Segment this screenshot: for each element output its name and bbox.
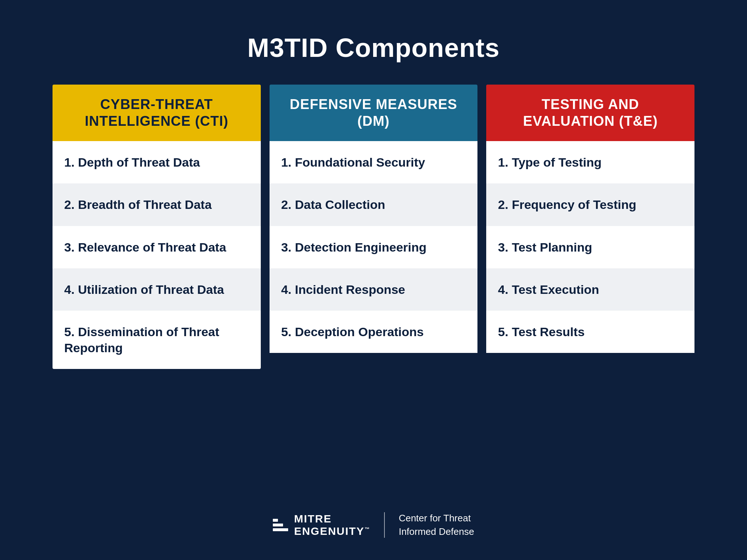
list-item: 3. Relevance of Threat Data: [53, 226, 261, 268]
list-item: 3. Detection Engineering: [270, 226, 478, 268]
bar-3: [273, 528, 288, 531]
list-item: 5. Dissemination of Threat Reporting: [53, 311, 261, 369]
list-item: 5. Test Results: [486, 311, 694, 353]
bar-1: [273, 519, 278, 522]
column-te-items: 1. Type of Testing 2. Frequency of Testi…: [486, 141, 694, 353]
logo-mitre-text: MITRE: [294, 513, 370, 525]
list-item: 2. Data Collection: [270, 183, 478, 226]
column-te-header: TESTING AND EVALUATION (T&E): [486, 85, 694, 141]
column-dm-items: 1. Foundational Security 2. Data Collect…: [270, 141, 478, 353]
bar-2: [273, 524, 283, 526]
logo-engenuity-text: ENGENUITY™: [294, 525, 370, 537]
logo-text: MITRE ENGENUITY™: [294, 513, 370, 537]
list-item: 1. Foundational Security: [270, 141, 478, 183]
bars-icon: [273, 519, 288, 531]
column-cti-items: 1. Depth of Threat Data 2. Breadth of Th…: [53, 141, 261, 369]
page-title: M3TID Components: [247, 33, 500, 63]
footer: MITRE ENGENUITY™ Center for Threat Infor…: [273, 512, 474, 538]
list-item: 2. Frequency of Testing: [486, 183, 694, 226]
list-item: 4. Test Execution: [486, 268, 694, 311]
footer-tagline: Center for Threat Informed Defense: [399, 512, 474, 538]
column-cti-header: CYBER-THREAT INTELLIGENCE (CTI): [53, 85, 261, 141]
list-item: 4. Incident Response: [270, 268, 478, 311]
column-te: TESTING AND EVALUATION (T&E) 1. Type of …: [486, 85, 694, 369]
column-dm-header: DEFENSIVE MEASURES (DM): [270, 85, 478, 141]
list-item: 3. Test Planning: [486, 226, 694, 268]
list-item: 4. Utilization of Threat Data: [53, 268, 261, 311]
column-dm: DEFENSIVE MEASURES (DM) 1. Foundational …: [270, 85, 478, 369]
mitre-logo: MITRE ENGENUITY™: [273, 513, 370, 537]
list-item: 1. Depth of Threat Data: [53, 141, 261, 183]
list-item: 2. Breadth of Threat Data: [53, 183, 261, 226]
list-item: 1. Type of Testing: [486, 141, 694, 183]
columns-container: CYBER-THREAT INTELLIGENCE (CTI) 1. Depth…: [53, 85, 694, 369]
list-item: 5. Deception Operations: [270, 311, 478, 353]
footer-divider: [384, 512, 385, 538]
column-cti: CYBER-THREAT INTELLIGENCE (CTI) 1. Depth…: [53, 85, 261, 369]
